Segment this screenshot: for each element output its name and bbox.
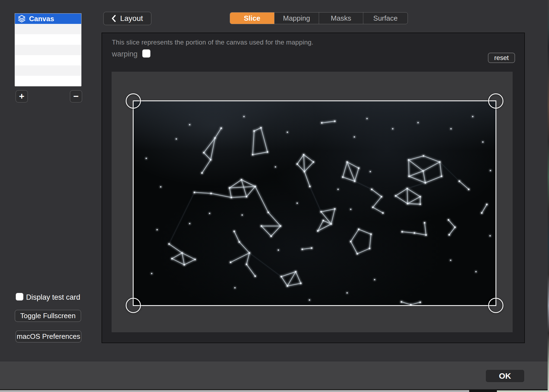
add-layer-button[interactable]: + — [15, 90, 28, 103]
warping-label: warping — [112, 50, 138, 58]
corner-handle-top-right[interactable] — [488, 93, 503, 109]
reset-button[interactable]: reset — [488, 53, 515, 63]
corner-handle-top-left[interactable] — [126, 93, 141, 109]
layer-row-empty — [15, 24, 81, 34]
layer-row-empty — [15, 65, 81, 76]
desktop-sliver-light — [0, 390, 469, 392]
back-button-label: Layout — [120, 14, 143, 23]
layer-list[interactable]: Canvas — [15, 13, 81, 86]
layer-row-label: Canvas — [29, 15, 54, 23]
desktop-bottom-strip — [0, 389, 549, 392]
tab-mapping[interactable]: Mapping — [274, 12, 319, 24]
layer-row-empty — [15, 55, 81, 65]
display-test-card-checkbox[interactable] — [16, 293, 23, 301]
tab-surface[interactable]: Surface — [363, 12, 408, 24]
toggle-fullscreen-button[interactable]: Toggle Fullscreen — [15, 310, 81, 322]
desktop-right-sliver — [548, 0, 549, 392]
remove-layer-button[interactable]: − — [70, 90, 82, 103]
canvas-preview — [112, 72, 513, 332]
canvas-content — [134, 101, 496, 305]
layer-row-canvas[interactable]: Canvas — [15, 14, 81, 24]
tab-slice[interactable]: Slice — [230, 12, 274, 24]
corner-handle-bottom-left[interactable] — [126, 298, 141, 313]
ok-button[interactable]: OK — [485, 369, 525, 382]
layer-row-empty — [15, 76, 81, 86]
footer-bar: OK — [0, 361, 548, 389]
back-to-layout-button[interactable]: Layout — [103, 12, 152, 25]
display-test-card-label: Display test card — [26, 293, 80, 302]
chevron-left-icon — [112, 15, 116, 22]
tab-masks[interactable]: Masks — [319, 12, 363, 24]
slice-description: This slice represents the portion of the… — [112, 39, 313, 46]
layers-icon — [18, 15, 26, 23]
mode-tabbar: Slice Mapping Masks Surface — [230, 12, 408, 24]
slice-rectangle[interactable] — [133, 100, 496, 306]
layer-row-empty — [15, 45, 81, 55]
layer-row-empty — [15, 34, 81, 45]
constellation-svg — [134, 101, 496, 305]
desktop-sliver-green — [497, 390, 548, 392]
warping-checkbox[interactable] — [142, 49, 150, 58]
corner-handle-bottom-right[interactable] — [488, 298, 503, 313]
slice-panel: This slice represents the portion of the… — [102, 33, 525, 343]
macos-preferences-button[interactable]: macOS Preferences — [15, 330, 81, 343]
